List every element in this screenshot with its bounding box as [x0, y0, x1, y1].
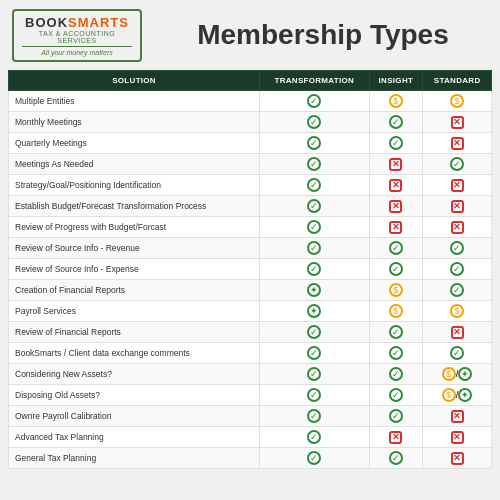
check-icon: ✓: [389, 115, 403, 129]
star-icon: ✦: [458, 388, 472, 402]
transformation-cell: ✓: [260, 448, 369, 469]
solution-cell: Considering New Assets?: [9, 364, 260, 385]
insight-cell: ✓: [369, 133, 423, 154]
table-row: Disposing Old Assets?✓✓$/✦: [9, 385, 492, 406]
check-icon: ✓: [389, 409, 403, 423]
star-icon: ✦: [307, 283, 321, 297]
solution-cell: Monthly Meetings: [9, 112, 260, 133]
check-icon: ✓: [389, 451, 403, 465]
insight-cell: $: [369, 280, 423, 301]
solution-cell: Establish Budget/Forecast Transformation…: [9, 196, 260, 217]
insight-cell: $: [369, 301, 423, 322]
check-icon: ✓: [307, 157, 321, 171]
table-row: Quarterly Meetings✓✓✕: [9, 133, 492, 154]
logo-subtitle: TAX & ACCOUNTING SERVICES: [22, 30, 132, 44]
standard-cell: $: [423, 301, 492, 322]
standard-cell: ✕: [423, 322, 492, 343]
header: BOOKSMARTS TAX & ACCOUNTING SERVICES All…: [0, 0, 500, 70]
page-title: Membership Types: [158, 19, 488, 51]
standard-cell: ✓: [423, 280, 492, 301]
dollar-icon: $: [389, 94, 403, 108]
check-icon: ✓: [389, 241, 403, 255]
star-icon: ✦: [458, 367, 472, 381]
dollar-icon: $: [442, 367, 456, 381]
page: BOOKSMARTS TAX & ACCOUNTING SERVICES All…: [0, 0, 500, 500]
check-icon: ✓: [307, 430, 321, 444]
check-icon: ✓: [307, 346, 321, 360]
solution-cell: Disposing Old Assets?: [9, 385, 260, 406]
standard-cell: ✕: [423, 133, 492, 154]
table-body: Multiple Entities✓$$Monthly Meetings✓✓✕Q…: [9, 91, 492, 469]
check-icon: ✓: [450, 346, 464, 360]
insight-cell: ✕: [369, 217, 423, 238]
check-icon: ✓: [389, 136, 403, 150]
transformation-cell: ✓: [260, 217, 369, 238]
check-icon: ✓: [307, 325, 321, 339]
check-icon: ✓: [389, 262, 403, 276]
check-icon: ✓: [307, 199, 321, 213]
check-icon: ✓: [307, 451, 321, 465]
check-icon: ✓: [307, 388, 321, 402]
x-icon: ✕: [451, 452, 464, 465]
table-row: Meetings As Needed✓✕✓: [9, 154, 492, 175]
standard-cell: ✕: [423, 427, 492, 448]
insight-cell: ✓: [369, 238, 423, 259]
x-icon: ✕: [389, 431, 402, 444]
check-icon: ✓: [450, 262, 464, 276]
transformation-cell: ✓: [260, 385, 369, 406]
col-insight: INSIGHT: [369, 71, 423, 91]
check-icon: ✓: [307, 367, 321, 381]
x-icon: ✕: [389, 221, 402, 234]
table-row: Ownre Payroll Calibration✓✓✕: [9, 406, 492, 427]
check-icon: ✓: [389, 325, 403, 339]
insight-cell: ✕: [369, 175, 423, 196]
solution-cell: Ownre Payroll Calibration: [9, 406, 260, 427]
insight-cell: ✓: [369, 112, 423, 133]
standard-cell: ✓: [423, 343, 492, 364]
x-icon: ✕: [389, 158, 402, 171]
table-row: Monthly Meetings✓✓✕: [9, 112, 492, 133]
standard-cell: ✓: [423, 238, 492, 259]
x-icon: ✕: [451, 179, 464, 192]
col-solution: SOLUTION: [9, 71, 260, 91]
table-row: Creation of Financial Reports✦$✓: [9, 280, 492, 301]
check-icon: ✓: [389, 367, 403, 381]
insight-cell: ✓: [369, 448, 423, 469]
transformation-cell: ✓: [260, 259, 369, 280]
insight-cell: ✓: [369, 406, 423, 427]
col-standard: STANDARD: [423, 71, 492, 91]
x-icon: ✕: [451, 221, 464, 234]
insight-cell: ✓: [369, 322, 423, 343]
x-icon: ✕: [451, 116, 464, 129]
table-row: BookSmarts / Client data exchange commen…: [9, 343, 492, 364]
x-icon: ✕: [389, 200, 402, 213]
standard-cell: $/✦: [423, 385, 492, 406]
table-header-row: SOLUTION TRANSFORMATION INSIGHT STANDARD: [9, 71, 492, 91]
table-row: Considering New Assets?✓✓$/✦: [9, 364, 492, 385]
table-container: SOLUTION TRANSFORMATION INSIGHT STANDARD…: [0, 70, 500, 500]
standard-cell: ✕: [423, 175, 492, 196]
logo-wordmark: BOOKSMARTS: [22, 15, 132, 30]
check-icon: ✓: [307, 115, 321, 129]
check-icon: ✓: [307, 241, 321, 255]
transformation-cell: ✦: [260, 301, 369, 322]
solution-cell: Advanced Tax Planning: [9, 427, 260, 448]
insight-cell: ✓: [369, 364, 423, 385]
transformation-cell: ✓: [260, 196, 369, 217]
x-icon: ✕: [389, 179, 402, 192]
insight-cell: ✕: [369, 427, 423, 448]
logo-divider: [22, 46, 132, 47]
standard-cell: ✕: [423, 406, 492, 427]
insight-cell: ✓: [369, 343, 423, 364]
solution-cell: Quarterly Meetings: [9, 133, 260, 154]
table-row: Strategy/Goal/Positioning Identification…: [9, 175, 492, 196]
standard-cell: ✕: [423, 217, 492, 238]
logo-smarts: SMARTS: [68, 15, 129, 30]
solution-cell: Creation of Financial Reports: [9, 280, 260, 301]
table-row: General Tax Planning✓✓✕: [9, 448, 492, 469]
solution-cell: BookSmarts / Client data exchange commen…: [9, 343, 260, 364]
transformation-cell: ✓: [260, 175, 369, 196]
dollar-icon: $: [450, 94, 464, 108]
transformation-cell: ✓: [260, 322, 369, 343]
transformation-cell: ✓: [260, 91, 369, 112]
